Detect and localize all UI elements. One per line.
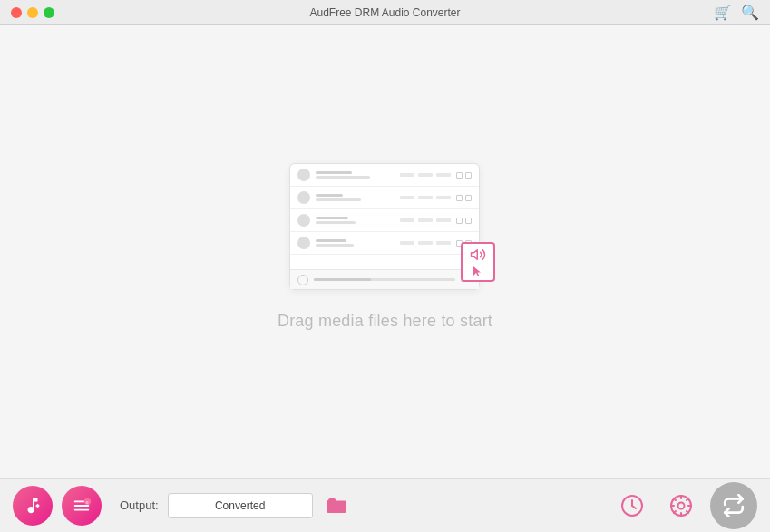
add-music-button[interactable]: [13, 486, 53, 526]
illus-meta-block-1b: [418, 173, 433, 177]
settings-button[interactable]: [661, 486, 701, 526]
illus-checkbox-1b: [465, 172, 472, 179]
history-icon: [620, 494, 644, 517]
illus-avatar-4: [297, 237, 310, 249]
settings-icon: [669, 494, 693, 517]
illus-meta-1: [400, 173, 451, 177]
illus-row-4: [290, 232, 479, 255]
illus-meta-block-1a: [400, 173, 414, 177]
app-title: AudFree DRM Audio Converter: [309, 6, 460, 19]
illus-lines-3: [316, 217, 395, 224]
svg-rect-4: [74, 505, 90, 507]
illus-checkboxes-3: [456, 218, 472, 224]
output-label: Output:: [120, 498, 159, 512]
illus-meta-2: [400, 196, 451, 199]
illus-playback: [290, 269, 479, 289]
title-bar-actions: 🛒 🔍: [714, 4, 759, 21]
illus-lines-2: [316, 194, 395, 201]
svg-rect-5: [74, 508, 90, 510]
traffic-lights: [11, 7, 54, 18]
illus-lines-4: [316, 239, 395, 247]
illus-play-circle: [297, 275, 308, 285]
illustration-box: [289, 163, 480, 290]
illus-line-sub-2: [316, 198, 361, 201]
illus-progress-fill: [314, 278, 370, 281]
illus-meta-block-3c: [436, 218, 451, 222]
illus-avatar-2: [297, 191, 310, 204]
output-path-input[interactable]: [168, 493, 313, 518]
convert-icon: [722, 494, 746, 517]
illus-progress: [314, 278, 455, 281]
illus-line-title-3: [316, 217, 348, 219]
illus-meta-block-3a: [400, 218, 414, 222]
illus-checkbox-2a: [456, 195, 463, 201]
illustration-container: Drag media files here to start: [278, 163, 492, 331]
drag-text: Drag media files here to start: [278, 312, 492, 331]
minimize-button[interactable]: [27, 7, 38, 18]
illus-lines-1: [316, 171, 395, 179]
title-bar: AudFree DRM Audio Converter 🛒 🔍: [0, 0, 770, 25]
maximize-button[interactable]: [44, 7, 54, 18]
illus-checkboxes-2: [456, 195, 472, 201]
illus-checkbox-3b: [465, 218, 472, 224]
illus-meta-block-2a: [400, 196, 414, 199]
illus-line-sub-1: [316, 176, 370, 179]
illus-checkboxes-1: [456, 172, 472, 179]
illus-line-title-4: [316, 239, 346, 242]
folder-icon: [327, 498, 346, 514]
illus-line-sub-4: [316, 244, 354, 247]
illus-row-2: [290, 187, 479, 209]
illus-meta-block-4b: [418, 241, 433, 245]
menu-button[interactable]: ≡: [62, 486, 102, 526]
svg-point-10: [678, 502, 685, 508]
menu-icon: ≡: [72, 496, 92, 516]
close-button[interactable]: [11, 7, 22, 18]
illus-line-title-1: [316, 171, 352, 174]
bottom-bar: ≡ Output:: [0, 478, 770, 532]
folder-button[interactable]: [322, 491, 351, 520]
illus-checkbox-2b: [465, 195, 472, 201]
illus-avatar-1: [297, 169, 310, 181]
history-button[interactable]: [612, 486, 652, 526]
illus-meta-block-4c: [436, 241, 451, 245]
illus-row-1: [290, 164, 479, 187]
speaker-overlay: [461, 242, 495, 282]
svg-marker-0: [472, 250, 478, 260]
illus-meta-block-1c: [436, 173, 451, 177]
illus-meta-3: [400, 218, 451, 222]
illus-meta-block-2b: [418, 196, 433, 199]
search-icon[interactable]: 🔍: [741, 4, 759, 21]
cart-icon[interactable]: 🛒: [714, 4, 732, 21]
add-music-icon: [23, 496, 43, 516]
illus-line-sub-3: [316, 221, 356, 224]
illus-checkbox-3a: [456, 218, 463, 224]
illus-row-3: [290, 209, 479, 232]
illus-avatar-3: [297, 214, 310, 227]
illus-meta-4: [400, 241, 451, 245]
main-content: Drag media files here to start: [0, 25, 770, 478]
illus-meta-block-3b: [418, 218, 433, 222]
speaker-icon: [470, 247, 486, 263]
cursor-icon: [473, 266, 482, 277]
svg-text:≡: ≡: [86, 499, 89, 505]
illus-checkbox-1a: [456, 172, 463, 179]
illus-meta-block-2c: [436, 196, 451, 199]
illus-line-title-2: [316, 194, 343, 197]
convert-button[interactable]: [710, 482, 757, 529]
illus-meta-block-4a: [400, 241, 414, 245]
